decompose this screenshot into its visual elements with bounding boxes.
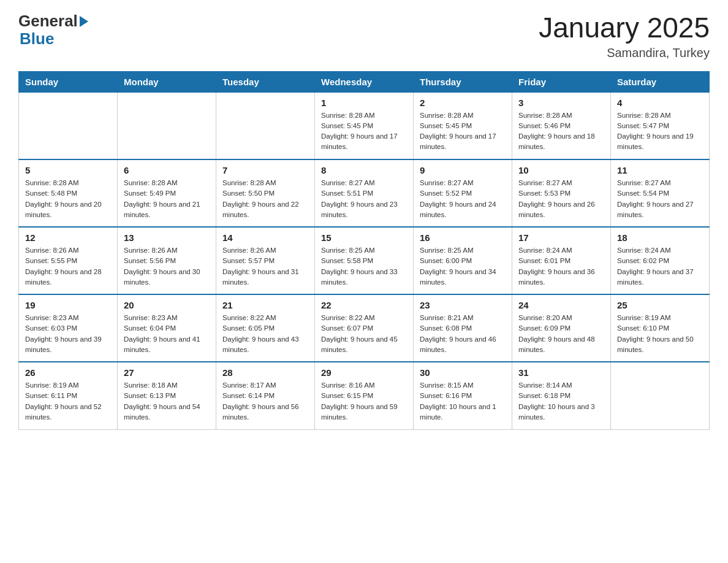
day-number: 24 — [518, 300, 604, 310]
day-info: Sunrise: 8:17 AMSunset: 6:14 PMDaylight:… — [222, 380, 308, 423]
day-number: 9 — [420, 165, 506, 175]
day-number: 2 — [420, 98, 506, 108]
day-info: Sunrise: 8:18 AMSunset: 6:13 PMDaylight:… — [124, 380, 210, 423]
calendar-cell: 18Sunrise: 8:24 AMSunset: 6:02 PMDayligh… — [611, 227, 710, 294]
calendar-week-4: 19Sunrise: 8:23 AMSunset: 6:03 PMDayligh… — [19, 294, 710, 362]
day-number: 4 — [617, 98, 703, 108]
calendar-cell: 8Sunrise: 8:27 AMSunset: 5:51 PMDaylight… — [315, 159, 414, 227]
day-info: Sunrise: 8:25 AMSunset: 5:58 PMDaylight:… — [321, 245, 407, 288]
day-number: 3 — [518, 98, 604, 108]
day-number: 11 — [617, 165, 703, 175]
calendar-subtitle: Samandira, Turkey — [539, 46, 710, 60]
day-number: 25 — [617, 300, 703, 310]
calendar-cell: 7Sunrise: 8:28 AMSunset: 5:50 PMDaylight… — [216, 159, 315, 227]
day-number: 14 — [222, 232, 308, 243]
day-header-wednesday: Wednesday — [315, 71, 414, 92]
day-info: Sunrise: 8:27 AMSunset: 5:54 PMDaylight:… — [617, 178, 703, 220]
calendar-cell: 11Sunrise: 8:27 AMSunset: 5:54 PMDayligh… — [611, 159, 710, 227]
day-header-thursday: Thursday — [414, 71, 512, 92]
day-number: 17 — [518, 232, 604, 243]
day-info: Sunrise: 8:15 AMSunset: 6:16 PMDaylight:… — [420, 380, 506, 423]
day-info: Sunrise: 8:28 AMSunset: 5:45 PMDaylight:… — [321, 110, 407, 153]
calendar-cell: 23Sunrise: 8:21 AMSunset: 6:08 PMDayligh… — [414, 294, 512, 362]
day-number: 23 — [420, 300, 506, 310]
day-info: Sunrise: 8:24 AMSunset: 6:01 PMDaylight:… — [518, 245, 604, 288]
calendar-week-1: 1Sunrise: 8:28 AMSunset: 5:45 PMDaylight… — [19, 92, 710, 159]
day-number: 7 — [222, 165, 308, 175]
day-number: 8 — [321, 165, 407, 175]
calendar-week-3: 12Sunrise: 8:26 AMSunset: 5:55 PMDayligh… — [19, 227, 710, 294]
calendar-cell: 12Sunrise: 8:26 AMSunset: 5:55 PMDayligh… — [19, 227, 118, 294]
day-info: Sunrise: 8:25 AMSunset: 6:00 PMDaylight:… — [420, 245, 506, 288]
day-number: 15 — [321, 232, 407, 243]
logo-arrow-icon — [80, 16, 88, 27]
calendar-cell: 21Sunrise: 8:22 AMSunset: 6:05 PMDayligh… — [216, 294, 315, 362]
calendar-title: January 2025 — [539, 12, 710, 44]
day-info: Sunrise: 8:23 AMSunset: 6:04 PMDaylight:… — [124, 313, 210, 355]
day-number: 28 — [222, 367, 308, 378]
day-info: Sunrise: 8:28 AMSunset: 5:49 PMDaylight:… — [124, 178, 210, 220]
calendar-cell — [118, 92, 216, 159]
day-info: Sunrise: 8:28 AMSunset: 5:45 PMDaylight:… — [420, 110, 506, 153]
calendar-cell: 3Sunrise: 8:28 AMSunset: 5:46 PMDaylight… — [512, 92, 611, 159]
calendar-cell: 6Sunrise: 8:28 AMSunset: 5:49 PMDaylight… — [118, 159, 216, 227]
calendar-cell: 24Sunrise: 8:20 AMSunset: 6:09 PMDayligh… — [512, 294, 611, 362]
day-info: Sunrise: 8:27 AMSunset: 5:51 PMDaylight:… — [321, 178, 407, 220]
day-number: 16 — [420, 232, 506, 243]
calendar-cell: 10Sunrise: 8:27 AMSunset: 5:53 PMDayligh… — [512, 159, 611, 227]
calendar-week-2: 5Sunrise: 8:28 AMSunset: 5:48 PMDaylight… — [19, 159, 710, 227]
calendar-cell: 5Sunrise: 8:28 AMSunset: 5:48 PMDaylight… — [19, 159, 118, 227]
day-info: Sunrise: 8:26 AMSunset: 5:56 PMDaylight:… — [124, 245, 210, 288]
day-info: Sunrise: 8:19 AMSunset: 6:11 PMDaylight:… — [25, 380, 111, 423]
day-header-sunday: Sunday — [19, 71, 118, 92]
title-block: January 2025 Samandira, Turkey — [539, 12, 710, 60]
day-header-monday: Monday — [118, 71, 216, 92]
calendar-cell: 28Sunrise: 8:17 AMSunset: 6:14 PMDayligh… — [216, 362, 315, 429]
day-info: Sunrise: 8:16 AMSunset: 6:15 PMDaylight:… — [321, 380, 407, 423]
page-header: General Blue January 2025 Samandira, Tur… — [18, 12, 710, 60]
day-info: Sunrise: 8:28 AMSunset: 5:48 PMDaylight:… — [25, 178, 111, 220]
calendar-cell: 27Sunrise: 8:18 AMSunset: 6:13 PMDayligh… — [118, 362, 216, 429]
day-number: 29 — [321, 367, 407, 378]
day-info: Sunrise: 8:20 AMSunset: 6:09 PMDaylight:… — [518, 313, 604, 355]
day-info: Sunrise: 8:22 AMSunset: 6:07 PMDaylight:… — [321, 313, 407, 355]
day-info: Sunrise: 8:24 AMSunset: 6:02 PMDaylight:… — [617, 245, 703, 288]
calendar-cell: 9Sunrise: 8:27 AMSunset: 5:52 PMDaylight… — [414, 159, 512, 227]
calendar-cell: 16Sunrise: 8:25 AMSunset: 6:00 PMDayligh… — [414, 227, 512, 294]
calendar-cell: 19Sunrise: 8:23 AMSunset: 6:03 PMDayligh… — [19, 294, 118, 362]
day-number: 13 — [124, 232, 210, 243]
day-info: Sunrise: 8:28 AMSunset: 5:46 PMDaylight:… — [518, 110, 604, 153]
calendar-cell: 29Sunrise: 8:16 AMSunset: 6:15 PMDayligh… — [315, 362, 414, 429]
day-number: 27 — [124, 367, 210, 378]
calendar-cell: 20Sunrise: 8:23 AMSunset: 6:04 PMDayligh… — [118, 294, 216, 362]
day-info: Sunrise: 8:28 AMSunset: 5:47 PMDaylight:… — [617, 110, 703, 153]
day-number: 18 — [617, 232, 703, 243]
day-info: Sunrise: 8:26 AMSunset: 5:55 PMDaylight:… — [25, 245, 111, 288]
day-number: 1 — [321, 98, 407, 108]
calendar-cell: 22Sunrise: 8:22 AMSunset: 6:07 PMDayligh… — [315, 294, 414, 362]
day-number: 26 — [25, 367, 111, 378]
day-info: Sunrise: 8:27 AMSunset: 5:53 PMDaylight:… — [518, 178, 604, 220]
day-header-tuesday: Tuesday — [216, 71, 315, 92]
calendar-cell: 26Sunrise: 8:19 AMSunset: 6:11 PMDayligh… — [19, 362, 118, 429]
calendar-cell: 15Sunrise: 8:25 AMSunset: 5:58 PMDayligh… — [315, 227, 414, 294]
day-info: Sunrise: 8:22 AMSunset: 6:05 PMDaylight:… — [222, 313, 308, 355]
calendar-cell: 30Sunrise: 8:15 AMSunset: 6:16 PMDayligh… — [414, 362, 512, 429]
calendar-table: SundayMondayTuesdayWednesdayThursdayFrid… — [18, 71, 710, 430]
day-info: Sunrise: 8:19 AMSunset: 6:10 PMDaylight:… — [617, 313, 703, 355]
day-info: Sunrise: 8:28 AMSunset: 5:50 PMDaylight:… — [222, 178, 308, 220]
day-number: 19 — [25, 300, 111, 310]
day-number: 22 — [321, 300, 407, 310]
day-number: 5 — [25, 165, 111, 175]
day-number: 12 — [25, 232, 111, 243]
day-info: Sunrise: 8:26 AMSunset: 5:57 PMDaylight:… — [222, 245, 308, 288]
logo: General Blue — [18, 12, 88, 47]
calendar-header-row: SundayMondayTuesdayWednesdayThursdayFrid… — [19, 71, 710, 92]
day-number: 6 — [124, 165, 210, 175]
calendar-cell: 25Sunrise: 8:19 AMSunset: 6:10 PMDayligh… — [611, 294, 710, 362]
day-header-friday: Friday — [512, 71, 611, 92]
calendar-cell — [19, 92, 118, 159]
day-number: 30 — [420, 367, 506, 378]
day-number: 10 — [518, 165, 604, 175]
day-number: 31 — [518, 367, 604, 378]
